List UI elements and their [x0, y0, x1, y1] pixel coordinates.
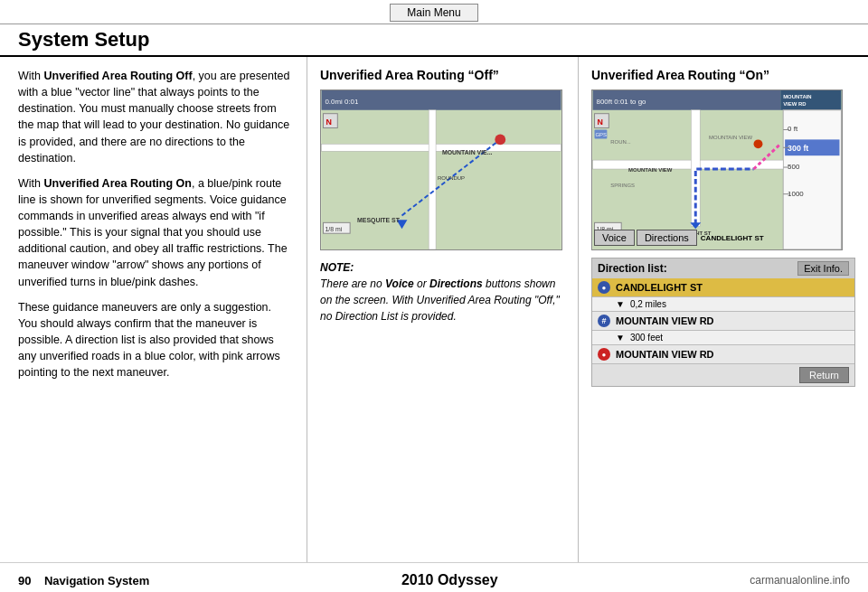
- website-label: carmanualonline.info: [750, 574, 850, 587]
- svg-text:1000: 1000: [788, 190, 804, 198]
- para2-prefix: With: [18, 177, 43, 190]
- top-menu-bar: Main Menu: [0, 0, 868, 24]
- dir-list-label: Direction list:: [598, 262, 667, 275]
- svg-text:ROUNDUP: ROUNDUP: [438, 175, 465, 181]
- dir-item-candlelight: ● CANDLELIGHT ST: [592, 278, 854, 297]
- svg-text:0.0mi 0:01: 0.0mi 0:01: [325, 98, 359, 106]
- col-left: With Unverified Area Routing Off, you ar…: [0, 57, 307, 562]
- para2-suffix: , a blue/pink route line is shown for un…: [18, 177, 288, 288]
- note-voice-word: Voice: [385, 277, 414, 290]
- direction-list: Direction list: Exit Info. ● CANDLELIGHT…: [591, 258, 855, 387]
- para1-suffix: , you are presented with a blue "vector …: [18, 70, 289, 164]
- dir-dist-1: 0,2 miles: [630, 299, 666, 309]
- note-directions-word: Directions: [429, 277, 483, 290]
- svg-rect-0: [322, 90, 561, 249]
- dir-sub-1: ▼ 0,2 miles: [592, 297, 854, 312]
- para1-bold: Unverified Area Routing Off: [43, 70, 192, 82]
- svg-text:VIEW RD: VIEW RD: [783, 101, 807, 107]
- page-title-bar: System Setup: [0, 24, 868, 57]
- nav-system-label: Navigation System: [44, 574, 149, 587]
- right-heading: Unverified Area Routing “On”: [591, 68, 855, 82]
- map-off: 0.0mi 0:01 MOUNTAIN VIE... MESQUITE ST R…: [320, 89, 562, 250]
- svg-text:ROUN...: ROUN...: [610, 139, 631, 145]
- para3: These guidance maneuvers are only a sugg…: [18, 299, 292, 381]
- dir-dist-2: 300 feet: [630, 333, 663, 343]
- para2-bold: Unverified Area Routing On: [43, 177, 191, 190]
- dir-item-mvrd2: ● MOUNTAIN VIEW RD: [592, 345, 854, 364]
- dir-name-1: CANDLELIGHT ST: [616, 282, 703, 293]
- para-routing-on: With Unverified Area Routing On, a blue/…: [18, 175, 292, 290]
- voice-button[interactable]: Voice: [594, 230, 635, 246]
- street-bottom-label: CANDLELIGHT ST: [701, 234, 764, 242]
- model-year-label: 2010 Odyssey: [401, 572, 498, 587]
- svg-point-34: [754, 139, 763, 148]
- para-routing-off: With Unverified Area Routing Off, you ar…: [18, 68, 292, 166]
- dir-icon-3: ●: [598, 348, 610, 361]
- svg-text:500: 500: [788, 163, 800, 171]
- return-button[interactable]: Return: [799, 367, 849, 383]
- dir-icon-2: #: [598, 315, 610, 327]
- svg-text:300 ft: 300 ft: [788, 144, 808, 153]
- svg-text:800ft 0:01 to go: 800ft 0:01 to go: [597, 98, 647, 106]
- bottom-bar: 90 Navigation System 2010 Odyssey carman…: [0, 563, 868, 592]
- svg-rect-4: [429, 110, 436, 249]
- map-toolbar: Voice Directions CANDLELIGHT ST: [592, 226, 842, 249]
- dir-arrow-2: ▼: [616, 333, 625, 343]
- directions-button[interactable]: Directions: [637, 230, 697, 246]
- map-on: 800ft 0:01 to go MOUNTAIN VIEW RD 300 ft…: [591, 89, 843, 250]
- bottom-center: 2010 Odyssey: [401, 572, 498, 588]
- svg-text:MESQUITE ST: MESQUITE ST: [357, 217, 401, 224]
- page-title: System Setup: [18, 28, 150, 51]
- svg-text:0 ft: 0 ft: [788, 125, 798, 133]
- col-middle: Unverified Area Routing “Off” 0.0mi 0:01: [307, 57, 579, 562]
- return-row: Return: [592, 364, 854, 386]
- col-right: Unverified Area Routing “On” 800ft 0:01 …: [579, 57, 868, 562]
- content-columns: With Unverified Area Routing Off, you ar…: [0, 57, 868, 563]
- svg-text:GPS: GPS: [596, 132, 608, 137]
- svg-text:MOUNTAIN VIEW: MOUNTAIN VIEW: [709, 135, 752, 140]
- note-box: NOTE: There are no Voice or Directions b…: [320, 259, 565, 324]
- middle-heading: Unverified Area Routing “Off”: [320, 68, 565, 82]
- note-text: There are no Voice or Directions buttons…: [320, 276, 565, 324]
- para1-prefix: With: [18, 70, 43, 82]
- bottom-left: 90 Navigation System: [18, 574, 149, 587]
- note-title: NOTE:: [320, 261, 354, 274]
- svg-text:MOUNTAIN VIEW: MOUNTAIN VIEW: [628, 167, 673, 173]
- bottom-right: carmanualonline.info: [750, 574, 850, 587]
- dir-sub-2: ▼ 300 feet: [592, 331, 854, 345]
- exit-info-button[interactable]: Exit Info.: [797, 261, 849, 276]
- dir-arrow-1: ▼: [616, 299, 625, 309]
- svg-text:SPRINGS: SPRINGS: [610, 183, 635, 188]
- dir-list-header: Direction list: Exit Info.: [592, 258, 854, 278]
- dir-icon-1: ●: [598, 281, 610, 294]
- svg-point-6: [495, 134, 505, 145]
- svg-text:N: N: [326, 117, 331, 127]
- dir-name-3: MOUNTAIN VIEW RD: [616, 349, 714, 360]
- dir-name-2: MOUNTAIN VIEW RD: [616, 315, 714, 326]
- main-menu-button[interactable]: Main Menu: [390, 4, 477, 22]
- dir-item-mvrd1: # MOUNTAIN VIEW RD: [592, 312, 854, 331]
- svg-text:MOUNTAIN: MOUNTAIN: [783, 94, 811, 99]
- page-number: 90: [18, 574, 31, 587]
- svg-text:1/8 mi: 1/8 mi: [325, 226, 342, 232]
- svg-text:MOUNTAIN VIE...: MOUNTAIN VIE...: [442, 149, 493, 155]
- svg-text:N: N: [598, 117, 603, 127]
